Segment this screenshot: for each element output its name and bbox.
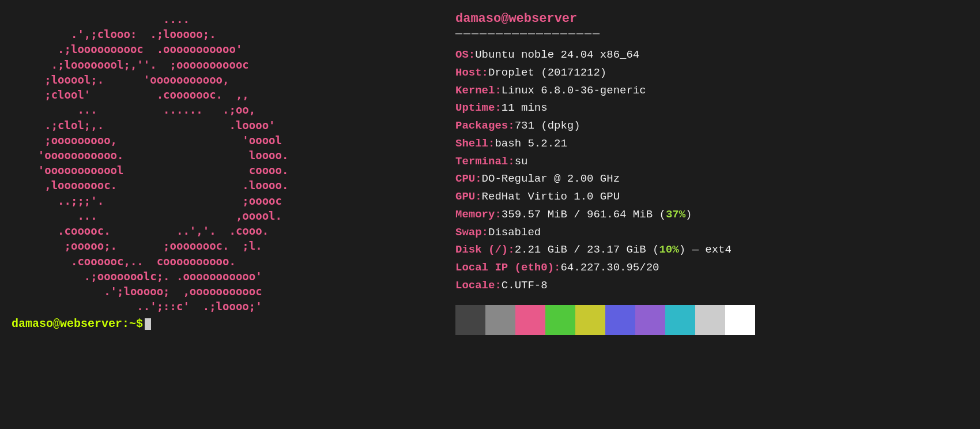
sysinfo-highlight: 10% [659, 241, 679, 259]
terminal-window: .... .',;clooo: .;looooo;. .;loooooooooc… [0, 0, 980, 429]
sysinfo-val-after: ) — ext4 [679, 241, 732, 259]
sysinfo-val: DO-Regular @ 2.00 GHz [482, 170, 620, 188]
sysinfo-val-after: ) [685, 206, 692, 224]
sysinfo-row: Local IP (eth0): 64.227.30.95/20 [455, 259, 963, 277]
sysinfo-row: Kernel: Linux 6.8.0-36-generic [455, 82, 963, 100]
color-swatch [455, 305, 485, 335]
sysinfo-row: CPU: DO-Regular @ 2.00 GHz [455, 170, 963, 188]
sysinfo-row: OS: Ubuntu noble 24.04 x86_64 [455, 46, 963, 64]
sysinfo-username: damaso@webserver [455, 12, 963, 26]
sysinfo-key: Swap: [455, 224, 488, 242]
sysinfo-key: Locale: [455, 277, 502, 295]
sysinfo-val: 11 mins [502, 99, 548, 117]
left-panel: .... .',;clooo: .;looooo;. .;loooooooooc… [0, 6, 438, 423]
sysinfo-key: CPU: [455, 170, 482, 188]
color-swatch [545, 305, 575, 335]
sysinfo-val: Linux 6.8.0-36-generic [502, 82, 646, 100]
sysinfo-val: bash 5.2.21 [495, 135, 567, 153]
sysinfo-key: Memory: [455, 206, 502, 224]
sysinfo-key: Kernel: [455, 82, 502, 100]
sysinfo-val: Droplet (20171212) [488, 64, 606, 82]
sysinfo-highlight: 37% [666, 206, 685, 224]
sysinfo-key: Disk (/): [455, 241, 515, 259]
sysinfo-row: GPU: RedHat Virtio 1.0 GPU [455, 188, 963, 206]
color-swatch [695, 305, 725, 335]
sysinfo-val: C.UTF-8 [502, 277, 548, 295]
cursor [145, 318, 151, 330]
sysinfo-key: Host: [455, 64, 488, 82]
sysinfo-key: OS: [455, 46, 475, 64]
color-swatches [455, 305, 963, 335]
ascii-art: .... .',;clooo: .;looooo;. .;loooooooooc… [12, 12, 427, 314]
sysinfo-row: Host: Droplet (20171212) [455, 64, 963, 82]
color-swatch [635, 305, 665, 335]
sysinfo-key: Terminal: [455, 153, 515, 171]
sysinfo-val: RedHat Virtio 1.0 GPU [482, 188, 620, 206]
sysinfo-row: Locale: C.UTF-8 [455, 277, 963, 295]
color-swatch [485, 305, 515, 335]
sysinfo-row: Shell: bash 5.2.21 [455, 135, 963, 153]
sysinfo-key: Uptime: [455, 99, 502, 117]
color-swatch [725, 305, 755, 335]
right-panel: damaso@webserver —————————————————— OS: … [438, 6, 980, 423]
color-swatch [575, 305, 605, 335]
color-swatch [515, 305, 545, 335]
sysinfo-val: 2.21 GiB / 23.17 GiB ( [515, 241, 659, 259]
sysinfo-val: 64.227.30.95/20 [560, 259, 659, 277]
sysinfo-row: Uptime: 11 mins [455, 99, 963, 117]
sysinfo-key: Shell: [455, 135, 495, 153]
sysinfo-key: GPU: [455, 188, 482, 206]
color-swatch [665, 305, 695, 335]
sysinfo-row: Memory: 359.57 MiB / 961.64 MiB (37%) [455, 206, 963, 224]
sysinfo-val: su [515, 153, 528, 171]
color-swatch [605, 305, 635, 335]
sysinfo-separator: —————————————————— [455, 27, 963, 40]
sysinfo-key: Local IP (eth0): [455, 259, 560, 277]
sysinfo-val: 359.57 MiB / 961.64 MiB ( [502, 206, 666, 224]
prompt-text: damaso@webserver:~$ [12, 317, 143, 330]
sysinfo-val: Ubuntu noble 24.04 x86_64 [475, 46, 639, 64]
sysinfo-rows: OS: Ubuntu noble 24.04 x86_64Host: Dropl… [455, 46, 963, 295]
sysinfo-val: Disabled [488, 224, 541, 242]
sysinfo-key: Packages: [455, 117, 515, 135]
prompt-line[interactable]: damaso@webserver:~$ [12, 317, 427, 330]
sysinfo-row: Swap: Disabled [455, 224, 963, 242]
sysinfo-val: 731 (dpkg) [515, 117, 581, 135]
sysinfo-row: Terminal: su [455, 153, 963, 171]
sysinfo-row: Packages: 731 (dpkg) [455, 117, 963, 135]
sysinfo-row: Disk (/): 2.21 GiB / 23.17 GiB (10%) — e… [455, 241, 963, 259]
